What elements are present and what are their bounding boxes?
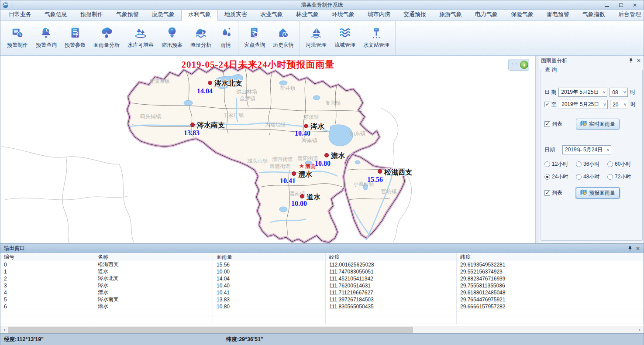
- map-canvas[interactable]: 2019-05-24日未来24小时预报面雨量 ⋮⋮ +: [0, 56, 535, 243]
- area-rain-button[interactable]: 面雨量分析: [90, 23, 124, 54]
- reservoir-button[interactable]: 水库可增容: [124, 23, 158, 54]
- pin-icon[interactable]: [629, 58, 633, 63]
- town-label: 官垸镇: [381, 188, 397, 195]
- basin-mgmt-button[interactable]: 流域管理: [331, 23, 359, 54]
- tab-environment-weather[interactable]: 环境气象: [325, 9, 361, 20]
- tab-hydro-weather[interactable]: 水利气象: [181, 8, 218, 21]
- tab-weather-alert[interactable]: 气象预警: [110, 9, 145, 20]
- station-dot[interactable]: [208, 81, 212, 85]
- hydro-station-mgmt-button[interactable]: 水文站管理: [359, 23, 393, 54]
- scrollbar-thumb[interactable]: [8, 327, 413, 333]
- tab-forecast-production[interactable]: 预报制作: [74, 9, 110, 20]
- alert-make-button[interactable]: 预警制作: [3, 23, 32, 54]
- duration-60h-radio[interactable]: [607, 161, 613, 167]
- forecast-date-select[interactable]: 2019年 5月24日∨: [562, 145, 611, 154]
- tab-lightning-alert[interactable]: 雷电预警: [540, 9, 576, 20]
- to-date-checkbox[interactable]: [544, 102, 550, 107]
- town-label: 盐井镇: [280, 85, 296, 91]
- output-close-icon[interactable]: ✕: [636, 246, 640, 251]
- station-name: 涔水北支: [214, 79, 242, 87]
- table-row[interactable]: 6澹水10.80111.83056505043529.6666157957282: [0, 303, 644, 310]
- table-row[interactable]: 3涔水10.40111.7620051463129.7555811355086: [0, 282, 644, 289]
- duration-24h-radio[interactable]: [544, 174, 550, 180]
- station-dot[interactable]: [325, 154, 329, 157]
- duration-36h-radio[interactable]: [576, 161, 582, 167]
- alert-params-icon: [69, 25, 82, 40]
- station-dot[interactable]: [191, 123, 195, 127]
- inundation-button[interactable]: 淹没分析: [186, 23, 215, 54]
- drag-handle-icon[interactable]: ⋮⋮: [510, 64, 518, 66]
- table-row[interactable]: 0松滋西支15.56112.00162562502829.61935495322…: [0, 261, 644, 268]
- maximize-button[interactable]: [618, 3, 623, 8]
- rain-info-button[interactable]: 雨情: [215, 23, 236, 54]
- table-row[interactable]: 5涔水南支13.83111.39726718450329.76544769759…: [0, 296, 644, 303]
- forecast-area-rain-button[interactable]: 预报面雨量: [576, 188, 620, 198]
- alert-query-button[interactable]: 预警查询: [32, 23, 61, 54]
- station-dot[interactable]: [378, 170, 382, 174]
- disaster-history-button[interactable]: 历史灾情: [269, 23, 298, 54]
- tab-emergency-weather[interactable]: 应急气象: [145, 9, 181, 20]
- star-icon: ★: [299, 163, 304, 169]
- duration-12h-radio[interactable]: [544, 161, 550, 167]
- end-date-select[interactable]: 2019年 5月25日∨: [559, 100, 608, 109]
- table-row[interactable]: 4澧水10.41111.71121966762729.6188012485048: [0, 289, 644, 296]
- tab-traffic-forecast[interactable]: 交通预报: [397, 9, 433, 20]
- close-button[interactable]: ✕: [632, 3, 637, 8]
- tab-tourism-weather[interactable]: 旅游气象: [433, 9, 468, 20]
- column-header-longitude[interactable]: 经度: [326, 253, 457, 261]
- tab-agriculture-weather[interactable]: 农业气象: [254, 9, 289, 20]
- tab-urban-flood[interactable]: 城市内涝: [361, 9, 397, 20]
- status-latitude: 纬度:29°36'51": [226, 336, 263, 343]
- station-dot[interactable]: [304, 124, 308, 128]
- forecast-list-checkbox[interactable]: [544, 190, 550, 196]
- town-label: 王家厂镇: [223, 112, 244, 118]
- horizontal-scrollbar[interactable]: ‹ ›: [0, 326, 644, 333]
- alert-params-button[interactable]: 预警参数: [61, 23, 90, 54]
- column-header-id[interactable]: 编号: [0, 253, 94, 261]
- area-rain-icon: [100, 25, 113, 40]
- scroll-left-arrow-icon[interactable]: ‹: [1, 326, 8, 333]
- tab-daily-business[interactable]: 日常业务: [2, 9, 38, 20]
- duration-72h-radio[interactable]: [607, 174, 613, 180]
- hour-suffix-label: 时: [630, 101, 636, 108]
- county-map: 甘溪滩镇 盐井镇 供山林场 金罗镇 复兴镇 码头铺镇 王家厂镇 梦溪镇 大堰垱镇…: [0, 56, 535, 243]
- end-hour-select[interactable]: 20∨: [610, 100, 628, 109]
- tab-forestry-weather[interactable]: 林业气象: [289, 9, 325, 20]
- panel-close-icon[interactable]: ✕: [637, 58, 641, 63]
- flood-plan-button[interactable]: 防汛预案: [158, 23, 186, 54]
- station-dot[interactable]: [292, 172, 296, 176]
- tab-insurance-weather[interactable]: 保险气象: [504, 9, 540, 20]
- scroll-right-arrow-icon[interactable]: ›: [636, 326, 643, 333]
- app-window: | 澧县业务制作系统 ✕ 日常业务 气象信息 预报制作 气象预警 应急气象 水利…: [0, 0, 644, 345]
- date-label: 日 期: [544, 89, 556, 96]
- station-dot[interactable]: [300, 195, 304, 198]
- column-header-name[interactable]: 名称: [94, 253, 213, 261]
- river-mgmt-button[interactable]: 河流管理: [302, 23, 331, 54]
- start-hour-select[interactable]: 08∨: [610, 88, 628, 97]
- forecast-date-label: 日期: [544, 146, 555, 154]
- pin-icon[interactable]: [628, 246, 632, 251]
- start-date-select[interactable]: 2019年 5月25日∨: [558, 88, 607, 97]
- chevron-down-icon: ∨: [606, 148, 610, 152]
- tab-weather-index[interactable]: 气象指数: [576, 9, 612, 20]
- column-header-area-rain[interactable]: 面雨量: [213, 253, 326, 261]
- town-label: 如东镇: [350, 130, 365, 137]
- table-row[interactable]: 1道水10.00111.74708305505129.552156374923: [0, 268, 644, 275]
- column-header-latitude[interactable]: 纬度: [457, 253, 644, 261]
- minimize-button[interactable]: [604, 3, 610, 8]
- tab-admin[interactable]: 后台管理: [612, 9, 644, 20]
- tab-weather-info[interactable]: 气象信息: [38, 9, 74, 20]
- realtime-area-rain-button[interactable]: 实时面雨量: [576, 119, 620, 130]
- list-label: 列表: [552, 120, 562, 128]
- disaster-query-icon: [248, 25, 261, 40]
- tab-geo-disaster[interactable]: 地质灾害: [218, 9, 254, 20]
- realtime-list-checkbox[interactable]: [544, 121, 550, 127]
- zoom-in-button[interactable]: +: [520, 61, 528, 69]
- duration-48h-radio[interactable]: [576, 174, 582, 180]
- toolbar-group-alert: 预警制作 预警查询 预警参数 面雨量分析 水库可增容 防汛预案: [1, 21, 238, 55]
- table-row[interactable]: 2涔水北支14.04111.45210541134229.88234767169…: [0, 275, 644, 282]
- disaster-query-button[interactable]: 灾点查询: [240, 23, 269, 54]
- tab-power-weather[interactable]: 电力气象: [468, 9, 504, 20]
- station-value: 10.00: [291, 200, 307, 207]
- panel-header: 面雨量分析 ✕: [538, 56, 644, 65]
